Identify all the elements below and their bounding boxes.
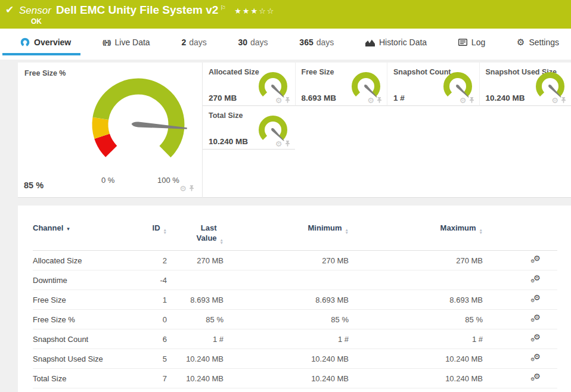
tab-live-data[interactable]: ((•))Live Data [99,35,154,49]
tab-settings[interactable]: ⚙Settings [513,35,563,49]
edit-channel-gears-icon[interactable]: ⚙⚙ [530,353,541,363]
edit-channel-gears-icon[interactable]: ⚙⚙ [530,373,541,382]
channel-maximum [349,270,483,290]
column-header-id[interactable]: ID▲▼ [122,223,167,251]
tab-log[interactable]: Log [455,35,489,49]
column-label: ID [153,223,160,232]
edit-channel-gears-icon[interactable]: ⚙⚙ [530,275,541,284]
channel-maximum: 1 # [349,329,483,349]
gauge-settings-gear-icon[interactable]: ⚙ [275,97,283,104]
tab-2-days[interactable]: 2days [178,35,210,49]
channel-row-allocated-size[interactable]: Allocated Size2270 MB270 MB270 MB⚙⚙ [33,251,557,270]
tab-number: 365 [299,38,313,47]
gauge-settings-gear-icon[interactable]: ⚙ [179,185,187,192]
edit-channel-gears-icon[interactable]: ⚙⚙ [530,255,541,265]
gauge-scale-max: 100 % [157,176,179,185]
tab-label: days [189,38,207,47]
column-label: Last Value [191,223,217,243]
channel-row-total-size[interactable]: Total Size710.240 MB10.240 MB10.240 MB⚙⚙ [33,369,557,388]
edit-channel-gears-icon[interactable]: ⚙⚙ [530,334,541,343]
tab-30-days[interactable]: 30days [234,35,271,49]
gauge-tile-snapshot-used-size[interactable]: Snapshot Used Size10.240 MB⚙ [479,63,571,106]
pin-icon[interactable] [468,97,475,104]
channel-last-value: 8.693 MB [167,290,224,310]
pin-icon[interactable] [284,97,291,104]
tab-365-days[interactable]: 365days [296,35,337,49]
tab-label: Log [471,38,485,47]
channel-minimum: 8.693 MB [224,290,349,310]
tab-historic-data[interactable]: Historic Data [362,35,430,49]
free-size-pct-gauge [85,76,192,160]
gauge-tile-total-size[interactable]: Total Size10.240 MB⚙ [203,106,295,150]
tab-label: days [316,38,334,47]
edit-channel-gears-icon[interactable]: ⚙⚙ [530,294,541,304]
status-badge: OK [31,17,42,26]
channel-id: 6 [122,329,167,349]
channel-name[interactable]: Free Size [33,290,122,310]
gauge-tile-free-size[interactable]: Free Size8.693 MB⚙ [295,63,387,106]
channel-id: 0 [122,310,167,329]
status-ok-check-icon: ✔ [5,4,14,16]
channel-maximum: 8.693 MB [349,290,483,310]
tab-label: Live Data [115,38,150,47]
channel-name[interactable]: Downtime [33,270,122,290]
column-label: Maximum [440,223,476,232]
sort-toggle-icon[interactable]: ▲▼ [220,238,224,244]
channel-maximum: 10.240 MB [349,369,483,388]
primary-gauge-tile[interactable]: Free Size % 0 % 100 % 85 % ⚙ [18,63,203,198]
column-header-maximum[interactable]: Maximum▲▼ [349,223,483,251]
settings-gear-icon: ⚙ [517,38,525,46]
historic-chart-icon [365,39,375,46]
channel-name[interactable]: Total Size [33,369,122,388]
channel-minimum: 270 MB [224,251,349,270]
gauge-settings-gear-icon[interactable]: ⚙ [367,97,374,104]
pin-icon[interactable] [560,97,567,104]
gauge-settings-gear-icon[interactable]: ⚙ [551,97,558,104]
sort-desc-icon: ▾ [67,226,70,232]
channel-row-free-size-[interactable]: Free Size %085 %85 %85 %⚙⚙ [33,310,557,329]
channel-name[interactable]: Allocated Size [33,251,122,270]
channel-id: 7 [122,369,167,388]
channel-name[interactable]: Snapshot Used Size [33,349,122,369]
gauge-tile-label: Allocated Size [209,68,259,76]
gauge-settings-gear-icon[interactable]: ⚙ [460,97,467,104]
column-header-last-value[interactable]: Last Value▲▼ [167,223,224,251]
column-header-channel[interactable]: Channel▾ [33,223,122,251]
tab-overview[interactable]: Overview [17,35,75,49]
channel-row-free-size[interactable]: Free Size18.693 MB8.693 MB8.693 MB⚙⚙ [33,290,557,310]
gauge-tile-value: 10.240 MB [486,94,525,102]
channel-id: -4 [122,270,167,290]
channel-last-value: 10.240 MB [167,369,224,388]
tab-number: 30 [238,38,247,47]
pin-icon[interactable] [188,185,195,192]
priority-flag-icon[interactable]: ⚐ [220,4,226,11]
channels-panel: Channel▾ID▲▼Last Value▲▼Minimum▲▼Maximum… [18,206,571,392]
channel-minimum: 10.240 MB [224,369,349,388]
channel-row-snapshot-used-size[interactable]: Snapshot Used Size510.240 MB10.240 MB10.… [33,349,557,369]
channel-name[interactable]: Free Size % [33,310,122,329]
channel-name[interactable]: Snapshot Count [33,329,122,349]
gauge-tile-snapshot-count[interactable]: Snapshot Count1 #⚙ [387,63,479,106]
column-header-minimum[interactable]: Minimum▲▼ [224,223,349,251]
edit-channel-gears-icon[interactable]: ⚙⚙ [530,314,541,323]
sort-toggle-icon[interactable]: ▲▼ [345,228,349,234]
tab-label: Overview [34,38,71,47]
channel-row-downtime[interactable]: Downtime-4⚙⚙ [33,270,557,290]
gauge-tile-allocated-size[interactable]: Allocated Size270 MB⚙ [203,63,295,106]
sort-toggle-icon[interactable]: ▲▼ [479,228,483,234]
column-label: Minimum [308,223,342,232]
pin-icon[interactable] [376,97,383,104]
gauge-tile-value: 270 MB [209,94,237,102]
gauge-scale-min: 0 % [101,176,114,185]
channel-last-value [167,270,224,290]
channel-maximum: 85 % [349,310,483,329]
object-kind-label: Sensor [19,5,51,16]
pin-icon[interactable] [284,140,291,147]
channel-last-value: 1 # [167,329,224,349]
priority-stars[interactable]: ★★★☆☆ [234,7,275,15]
gauges-panel: Free Size % 0 % 100 % 85 % ⚙ Allocated S… [18,63,571,198]
gauge-tile-value: 1 # [393,94,405,102]
channel-row-snapshot-count[interactable]: Snapshot Count61 #1 #1 #⚙⚙ [33,329,557,349]
gauge-settings-gear-icon[interactable]: ⚙ [275,141,283,147]
sort-toggle-icon[interactable]: ▲▼ [163,228,167,234]
